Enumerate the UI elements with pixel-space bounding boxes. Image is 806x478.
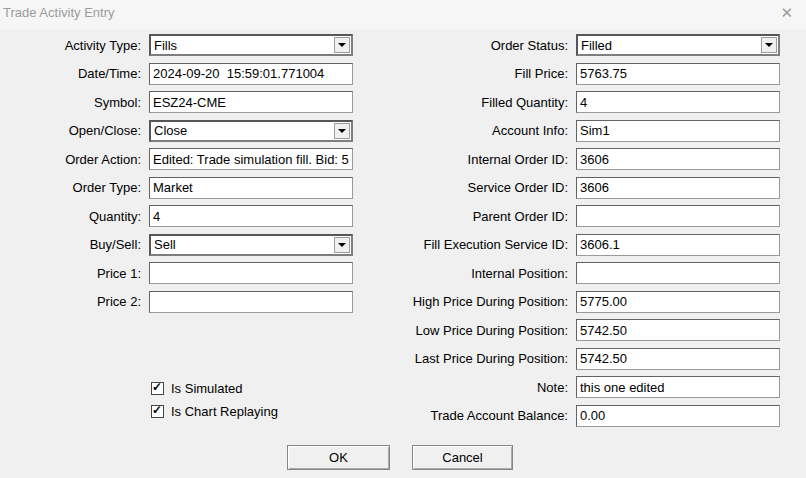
order-action-input[interactable] <box>149 148 353 170</box>
field-row-price-1: Price 1: <box>0 262 353 284</box>
field-row-buy-sell: Buy/Sell: Sell <box>0 234 353 256</box>
field-row-open-close: Open/Close: Close <box>0 120 353 142</box>
fill-price-input[interactable] <box>576 63 780 85</box>
field-row-order-status: Order Status: Filled <box>400 34 780 56</box>
field-row-symbol: Symbol: <box>0 91 353 113</box>
chevron-down-icon[interactable] <box>334 123 350 139</box>
field-row-order-action: Order Action: <box>0 148 353 170</box>
account-info-input[interactable] <box>576 120 780 142</box>
chevron-down-icon[interactable] <box>761 37 777 53</box>
price-1-input[interactable] <box>149 262 353 284</box>
parent-order-id-label: Parent Order ID: <box>400 209 572 224</box>
internal-order-id-input[interactable] <box>576 148 780 170</box>
combobox-value: Filled <box>578 38 778 53</box>
order-status-combobox[interactable]: Filled <box>576 34 780 56</box>
high-price-during-position-input[interactable] <box>576 291 780 313</box>
check-icon: ✓ <box>152 403 162 417</box>
symbol-label: Symbol: <box>0 95 145 110</box>
open-close-label: Open/Close: <box>0 123 145 138</box>
internal-order-id-label: Internal Order ID: <box>400 152 572 167</box>
fill-price-label: Fill Price: <box>400 66 572 81</box>
checkbox-checked-icon[interactable]: ✓ <box>151 405 164 418</box>
chevron-down-icon[interactable] <box>334 37 350 53</box>
field-row-trade-account-balance: Trade Account Balance: <box>400 405 780 427</box>
chevron-down-icon[interactable] <box>334 237 350 253</box>
field-row-fill-execution-service-id: Fill Execution Service ID: <box>400 234 780 256</box>
field-row-note: Note: <box>400 376 780 398</box>
checkbox-checked-icon[interactable]: ✓ <box>151 382 164 395</box>
field-row-parent-order-id: Parent Order ID: <box>400 205 780 227</box>
check-icon: ✓ <box>152 380 162 394</box>
window-title: Trade Activity Entry <box>3 5 115 20</box>
order-action-label: Order Action: <box>0 152 145 167</box>
trade-account-balance-input[interactable] <box>576 405 780 427</box>
combobox-value: Close <box>151 123 351 138</box>
low-price-during-position-label: Low Price During Position: <box>400 323 572 338</box>
high-price-during-position-label: High Price During Position: <box>400 294 572 309</box>
field-row-price-2: Price 2: <box>0 291 353 313</box>
service-order-id-input[interactable] <box>576 177 780 199</box>
ok-button[interactable]: OK <box>287 445 390 470</box>
low-price-during-position-input[interactable] <box>576 319 780 341</box>
price-2-label: Price 2: <box>0 294 145 309</box>
combobox-value: Sell <box>151 237 351 252</box>
note-input[interactable] <box>576 376 780 398</box>
field-row-quantity: Quantity: <box>0 205 353 227</box>
combobox-value: Fills <box>151 38 351 53</box>
cancel-button[interactable]: Cancel <box>412 445 513 470</box>
left-column: Activity Type: Fills Date/Time: Symbol: … <box>0 34 353 319</box>
field-row-account-info: Account Info: <box>400 120 780 142</box>
right-column: Order Status: Filled Fill Price: Filled … <box>400 34 780 433</box>
is-simulated-checkbox[interactable]: ✓ Is Simulated <box>151 381 243 396</box>
symbol-input[interactable] <box>149 91 353 113</box>
last-price-during-position-label: Last Price During Position: <box>400 351 572 366</box>
date-time-label: Date/Time: <box>0 66 145 81</box>
service-order-id-label: Service Order ID: <box>400 180 572 195</box>
fill-execution-service-id-label: Fill Execution Service ID: <box>400 237 572 252</box>
internal-position-label: Internal Position: <box>400 266 572 281</box>
order-type-input[interactable] <box>149 177 353 199</box>
internal-position-input[interactable] <box>576 262 780 284</box>
close-icon[interactable]: ✕ <box>780 4 793 21</box>
field-row-last-price-during-position: Last Price During Position: <box>400 348 780 370</box>
activity-type-combobox[interactable]: Fills <box>149 34 353 56</box>
filled-quantity-label: Filled Quantity: <box>400 95 572 110</box>
field-row-order-type: Order Type: <box>0 177 353 199</box>
open-close-combobox[interactable]: Close <box>149 120 353 142</box>
trade-activity-entry-dialog: Trade Activity Entry ✕ Activity Type: Fi… <box>0 0 806 478</box>
is-chart-replaying-checkbox[interactable]: ✓ Is Chart Replaying <box>151 404 278 419</box>
buy-sell-combobox[interactable]: Sell <box>149 234 353 256</box>
filled-quantity-input[interactable] <box>576 91 780 113</box>
parent-order-id-input[interactable] <box>576 205 780 227</box>
buy-sell-label: Buy/Sell: <box>0 237 145 252</box>
field-row-date-time: Date/Time: <box>0 63 353 85</box>
activity-type-label: Activity Type: <box>0 38 145 53</box>
field-row-internal-position: Internal Position: <box>400 262 780 284</box>
field-row-high-price-during-position: High Price During Position: <box>400 291 780 313</box>
account-info-label: Account Info: <box>400 123 572 138</box>
price-2-input[interactable] <box>149 291 353 313</box>
date-time-input[interactable] <box>149 63 353 85</box>
last-price-during-position-input[interactable] <box>576 348 780 370</box>
field-row-low-price-during-position: Low Price During Position: <box>400 319 780 341</box>
quantity-label: Quantity: <box>0 209 145 224</box>
field-row-fill-price: Fill Price: <box>400 63 780 85</box>
note-label: Note: <box>400 380 572 395</box>
price-1-label: Price 1: <box>0 266 145 281</box>
field-row-activity-type: Activity Type: Fills <box>0 34 353 56</box>
field-row-internal-order-id: Internal Order ID: <box>400 148 780 170</box>
trade-account-balance-label: Trade Account Balance: <box>400 408 572 423</box>
quantity-input[interactable] <box>149 205 353 227</box>
fill-execution-service-id-input[interactable] <box>576 234 780 256</box>
order-type-label: Order Type: <box>0 180 145 195</box>
titlebar: Trade Activity Entry ✕ <box>0 0 806 29</box>
is-simulated-label: Is Simulated <box>171 381 243 396</box>
is-chart-replaying-label: Is Chart Replaying <box>171 404 278 419</box>
field-row-service-order-id: Service Order ID: <box>400 177 780 199</box>
order-status-label: Order Status: <box>400 38 572 53</box>
field-row-filled-quantity: Filled Quantity: <box>400 91 780 113</box>
